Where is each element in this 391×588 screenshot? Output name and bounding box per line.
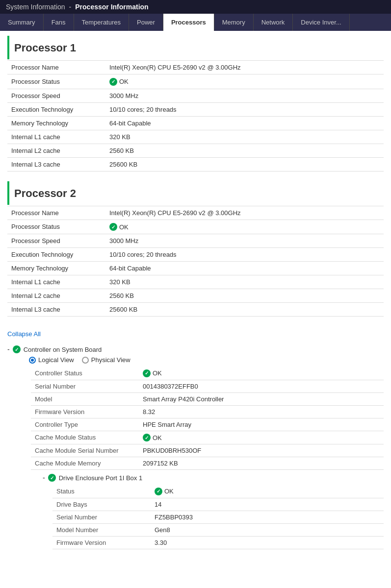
- nav-summary[interactable]: Summary: [0, 14, 44, 31]
- ok-badge: ✓ OK: [109, 78, 129, 86]
- table-row: Processor Name Intel(R) Xeon(R) CPU E5-2…: [7, 61, 384, 74]
- controller-ok-icon: ✓: [13, 345, 21, 353]
- field-label: Cache Module Memory: [31, 457, 139, 470]
- table-row: Firmware Version 8.32: [31, 405, 384, 418]
- table-row: Execution Technology 10/10 cores; 20 thr…: [7, 102, 384, 116]
- field-value: Intel(R) Xeon(R) CPU E5-2690 v2 @ 3.00GH…: [105, 206, 384, 220]
- drive-enclosure-header[interactable]: - ✓ Drive Enclosure Port 1I Box 1: [43, 474, 384, 482]
- field-value: 25600 KB: [105, 303, 384, 317]
- drive-enclosure-ok-icon: ✓: [48, 474, 56, 482]
- field-value: 0014380372EFFB0: [139, 380, 384, 392]
- field-value: ✓ OK: [105, 74, 384, 89]
- table-row: Processor Speed 3000 MHz: [7, 234, 384, 248]
- field-value: 10/10 cores; 20 threads: [105, 248, 384, 262]
- controller-detail-table: Controller Status ✓ OK Serial Number 001…: [31, 367, 384, 470]
- field-value: 8.32: [139, 405, 384, 418]
- table-row: Internal L2 cache 2560 KB: [7, 289, 384, 303]
- app-name: System Information: [6, 3, 65, 11]
- field-value: 64-bit Capable: [105, 262, 384, 275]
- field-value: 3000 MHz: [105, 234, 384, 248]
- table-row: Internal L3 cache 25600 KB: [7, 303, 384, 317]
- controller-node: - ✓ Controller on System Board Logical V…: [7, 345, 384, 549]
- field-label: Drive Bays: [52, 498, 151, 511]
- field-label: Internal L2 cache: [7, 289, 105, 303]
- ok-icon: ✓: [109, 223, 117, 231]
- field-label: Processor Name: [7, 206, 105, 220]
- ok-badge: ✓ OK: [143, 434, 162, 441]
- table-row: Internal L2 cache 2560 KB: [7, 144, 384, 157]
- table-row: Internal L1 cache 320 KB: [7, 130, 384, 144]
- nav-bar: Summary Fans Temperatures Power Processo…: [0, 14, 391, 31]
- table-row: Serial Number 0014380372EFFB0: [31, 380, 384, 392]
- nav-power[interactable]: Power: [129, 14, 163, 31]
- nav-processors[interactable]: Processors: [163, 14, 214, 31]
- nav-fans[interactable]: Fans: [44, 14, 74, 31]
- processor-2-section: Processor 2 Processor Name Intel(R) Xeon…: [7, 181, 384, 317]
- field-value: Gen8: [151, 523, 384, 536]
- field-value: FZ5BBP0393: [151, 511, 384, 523]
- field-value: ✓ OK: [139, 431, 384, 444]
- field-label: Processor Status: [7, 74, 105, 89]
- nav-temperatures[interactable]: Temperatures: [74, 14, 129, 31]
- field-label: Model Number: [52, 523, 151, 536]
- ok-badge: ✓ OK: [143, 369, 162, 377]
- drive-enclosure-name: Drive Enclosure Port 1I Box 1: [59, 474, 143, 482]
- nav-device-inventory[interactable]: Device Inver...: [293, 14, 349, 31]
- field-value: 3000 MHz: [105, 89, 384, 102]
- logical-view-option[interactable]: Logical View: [29, 356, 74, 364]
- table-row: Controller Type HPE Smart Array: [31, 418, 384, 431]
- processor-2-table: Processor Name Intel(R) Xeon(R) CPU E5-2…: [7, 206, 384, 317]
- table-row: Memory Technology 64-bit Capable: [7, 262, 384, 275]
- field-label: Memory Technology: [7, 262, 105, 275]
- table-row: Cache Module Serial Number PBKUD0BRH530O…: [31, 444, 384, 457]
- ok-icon: ✓: [155, 488, 162, 495]
- ok-icon: ✓: [143, 369, 151, 377]
- field-label: Processor Status: [7, 220, 105, 234]
- field-value: 2560 KB: [105, 144, 384, 157]
- field-value: ✓ OK: [151, 485, 384, 498]
- logical-view-label: Logical View: [38, 356, 74, 364]
- physical-view-label: Physical View: [91, 356, 130, 364]
- field-value: ✓ OK: [139, 367, 384, 380]
- field-label: Internal L3 cache: [7, 157, 105, 171]
- field-value: ✓ OK: [105, 220, 384, 234]
- field-value: 3.30: [151, 536, 384, 549]
- field-label: Internal L2 cache: [7, 144, 105, 157]
- logical-radio-icon[interactable]: [29, 357, 36, 364]
- field-label: Execution Technology: [7, 102, 105, 116]
- field-value: 320 KB: [105, 275, 384, 289]
- controller-header[interactable]: - ✓ Controller on System Board: [7, 345, 384, 353]
- controller-name: Controller on System Board: [24, 346, 102, 353]
- table-row: Internal L3 cache 25600 KB: [7, 157, 384, 171]
- processor-2-title: Processor 2: [7, 181, 384, 205]
- table-row: Firmware Version 3.30: [52, 536, 384, 549]
- nav-memory[interactable]: Memory: [214, 14, 254, 31]
- drive-enclosure-node: - ✓ Drive Enclosure Port 1I Box 1 Status…: [43, 474, 384, 549]
- field-value: 25600 KB: [105, 157, 384, 171]
- sub-dash-icon: -: [43, 474, 45, 482]
- table-row: Processor Status ✓ OK: [7, 220, 384, 234]
- field-label: Firmware Version: [52, 536, 151, 549]
- view-options: Logical View Physical View: [29, 356, 384, 364]
- table-row: Cache Module Status ✓ OK: [31, 431, 384, 444]
- table-row: Status ✓ OK: [52, 485, 384, 498]
- table-row: Model Smart Array P420i Controller: [31, 392, 384, 405]
- collapse-all-button[interactable]: Collapse All: [7, 330, 41, 338]
- ok-icon: ✓: [143, 434, 151, 441]
- physical-view-option[interactable]: Physical View: [82, 356, 130, 364]
- field-label: Internal L3 cache: [7, 303, 105, 317]
- field-label: Controller Status: [31, 367, 139, 380]
- field-label: Controller Type: [31, 418, 139, 431]
- nav-network[interactable]: Network: [254, 14, 293, 31]
- field-label: Serial Number: [52, 511, 151, 523]
- drive-enclosure-table: Status ✓ OK Drive Bays 14: [52, 485, 384, 549]
- field-value: 2560 KB: [105, 289, 384, 303]
- table-row: Processor Speed 3000 MHz: [7, 89, 384, 102]
- table-row: Processor Name Intel(R) Xeon(R) CPU E5-2…: [7, 206, 384, 220]
- physical-radio-icon[interactable]: [82, 357, 89, 364]
- field-label: Cache Module Status: [31, 431, 139, 444]
- field-label: Internal L1 cache: [7, 130, 105, 144]
- table-row: Controller Status ✓ OK: [31, 367, 384, 380]
- table-row: Serial Number FZ5BBP0393: [52, 511, 384, 523]
- field-value: Intel(R) Xeon(R) CPU E5-2690 v2 @ 3.00GH…: [105, 61, 384, 74]
